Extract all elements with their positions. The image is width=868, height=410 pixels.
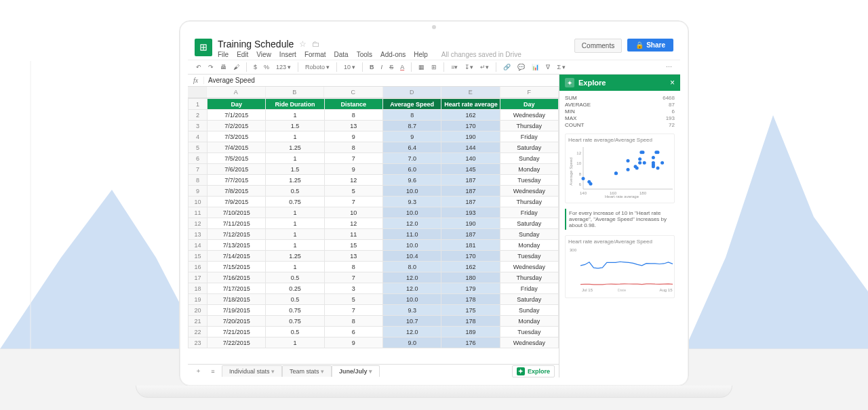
cell[interactable]: 7/3/2015 — [208, 131, 266, 142]
cell[interactable]: 187 — [441, 186, 500, 197]
cell[interactable]: 8 — [324, 316, 382, 327]
cell[interactable]: 8 — [324, 262, 382, 272]
close-icon[interactable]: × — [670, 78, 675, 87]
cell[interactable]: 1 — [266, 131, 324, 142]
filter-icon[interactable]: ∇ — [545, 63, 551, 71]
cell[interactable]: 176 — [441, 337, 500, 348]
spreadsheet-table[interactable]: 1DayRide DurationDistanceAverage SpeedHe… — [188, 98, 559, 348]
cell[interactable]: 6.4 — [382, 142, 441, 153]
cell[interactable]: 10.0 — [382, 240, 441, 251]
borders-icon[interactable]: ⊞ — [430, 63, 438, 71]
toolbar-overflow-icon[interactable]: ⋯ — [665, 63, 673, 71]
cell[interactable]: 6.0 — [382, 164, 441, 175]
column-header[interactable]: Distance — [324, 99, 382, 110]
row-number[interactable]: 21 — [189, 316, 208, 327]
cell[interactable]: 1.25 — [266, 251, 324, 262]
cell[interactable]: Monday — [500, 316, 558, 327]
row-number[interactable]: 14 — [189, 240, 208, 251]
cell[interactable]: Saturday — [500, 294, 558, 305]
row-number[interactable]: 23 — [189, 337, 208, 348]
cell[interactable]: 7/5/2015 — [208, 153, 266, 164]
table-row[interactable]: 37/2/20151.5138.7170Thursday — [189, 121, 559, 131]
cell[interactable]: 7 — [324, 272, 382, 283]
cell[interactable]: 1 — [266, 110, 324, 121]
cell[interactable]: 5 — [324, 186, 382, 197]
print-icon[interactable]: 🖶 — [219, 63, 228, 71]
cell[interactable]: 9.6 — [382, 175, 441, 186]
row-number[interactable]: 9 — [189, 186, 208, 197]
row-number[interactable]: 7 — [189, 164, 208, 175]
cell[interactable]: 170 — [441, 251, 500, 262]
cell[interactable]: 8 — [382, 110, 441, 121]
cell[interactable]: Saturday — [500, 218, 558, 229]
table-row[interactable]: 67/5/2015177.0140Sunday — [189, 153, 559, 164]
cell[interactable]: 144 — [441, 142, 500, 153]
cell[interactable]: 12 — [324, 175, 382, 186]
cell[interactable]: 0.5 — [266, 294, 324, 305]
cell[interactable]: 10 — [324, 207, 382, 218]
folder-icon[interactable]: 🗀 — [312, 39, 320, 49]
sheet-tab[interactable]: Team stats ▾ — [282, 365, 332, 377]
fill-color-icon[interactable]: ▦ — [417, 63, 426, 71]
cell[interactable]: 187 — [441, 229, 500, 240]
cell[interactable]: 1 — [266, 240, 324, 251]
row-number[interactable]: 3 — [189, 121, 208, 131]
row-number[interactable]: 18 — [189, 283, 208, 294]
cell[interactable]: 0.5 — [266, 272, 324, 283]
row-number[interactable]: 2 — [189, 110, 208, 121]
functions-icon[interactable]: Σ ▾ — [555, 63, 567, 71]
table-row[interactable]: 27/1/2015188162Wednesday — [189, 110, 559, 121]
col-letter[interactable]: B — [266, 87, 325, 98]
column-header[interactable]: Ride Duration — [266, 99, 324, 110]
explore-toggle-button[interactable]: ✦ Explore — [512, 365, 555, 377]
cell[interactable]: Friday — [500, 283, 558, 294]
cell[interactable]: Wednesday — [500, 262, 558, 272]
table-row[interactable]: 197/18/20150.5510.0178Saturday — [189, 294, 559, 305]
font-size[interactable]: 10 ▾ — [342, 63, 357, 71]
menu-insert[interactable]: Insert — [279, 51, 296, 58]
table-row[interactable]: 177/16/20150.5712.0180Thursday — [189, 272, 559, 283]
row-number[interactable]: 22 — [189, 327, 208, 337]
undo-icon[interactable]: ↶ — [195, 63, 203, 71]
link-icon[interactable]: 🔗 — [502, 63, 512, 71]
cell[interactable]: 1 — [266, 337, 324, 348]
col-letter[interactable]: C — [324, 87, 383, 98]
row-number[interactable]: 10 — [189, 197, 208, 207]
cell[interactable]: 190 — [441, 218, 500, 229]
halign-icon[interactable]: ≡▾ — [450, 63, 459, 71]
menu-tools[interactable]: Tools — [357, 51, 372, 58]
column-header[interactable]: Day — [500, 99, 558, 110]
row-number[interactable]: 12 — [189, 218, 208, 229]
cell[interactable]: 170 — [441, 121, 500, 131]
table-row[interactable]: 237/22/2015199.0176Wednesday — [189, 337, 559, 348]
cell[interactable]: 7/12/2015 — [208, 229, 266, 240]
cell[interactable]: 1 — [266, 229, 324, 240]
cell[interactable]: 7/18/2015 — [208, 294, 266, 305]
cell[interactable]: 0.75 — [266, 316, 324, 327]
col-letter[interactable]: E — [441, 87, 500, 98]
table-row[interactable]: 157/14/20151.251310.4170Tuesday — [189, 251, 559, 262]
cell[interactable]: 10.0 — [382, 207, 441, 218]
cell[interactable]: 10.4 — [382, 251, 441, 262]
doc-title[interactable]: Training Schedule — [218, 39, 294, 49]
cell[interactable]: 7/2/2015 — [208, 121, 266, 131]
cell[interactable]: 9.3 — [382, 305, 441, 316]
italic-icon[interactable]: I — [380, 63, 384, 71]
cell[interactable]: Wednesday — [500, 186, 558, 197]
cell[interactable]: Friday — [500, 131, 558, 142]
table-row[interactable]: 47/3/2015199190Friday — [189, 131, 559, 142]
table-row[interactable]: 77/6/20151.596.0145Monday — [189, 164, 559, 175]
table-row[interactable]: 227/21/20150.5612.0189Tuesday — [189, 327, 559, 337]
wrap-icon[interactable]: ↵▾ — [479, 63, 490, 71]
chart-icon[interactable]: 📊 — [530, 63, 540, 71]
share-button[interactable]: 🔒 Share — [627, 39, 673, 52]
column-header[interactable]: Average Speed — [382, 99, 441, 110]
table-row[interactable]: 207/19/20150.7579.3175Sunday — [189, 305, 559, 316]
cell[interactable]: 193 — [441, 207, 500, 218]
cell[interactable]: 8 — [324, 110, 382, 121]
col-letter[interactable]: D — [383, 87, 442, 98]
cell[interactable]: 1.5 — [266, 164, 324, 175]
cell[interactable]: 7 — [324, 197, 382, 207]
col-letter[interactable]: A — [207, 87, 266, 98]
comments-button[interactable]: Comments — [574, 39, 622, 53]
